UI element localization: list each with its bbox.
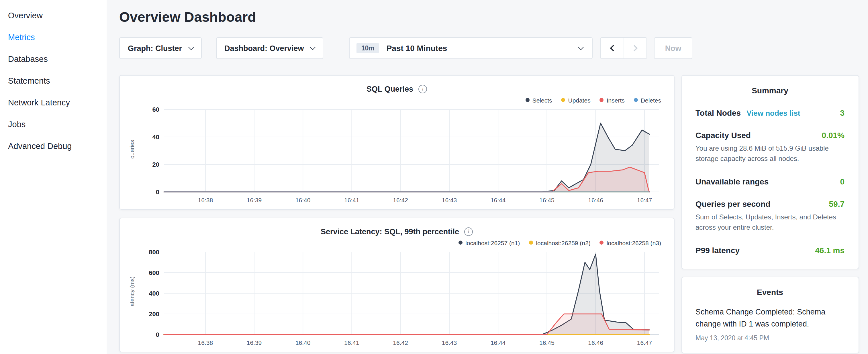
legend-item: localhost:26259 (n2) <box>529 238 590 247</box>
svg-text:16:44: 16:44 <box>491 197 506 203</box>
svg-text:16:46: 16:46 <box>588 197 603 203</box>
legend-item: localhost:26258 (n3) <box>600 238 661 247</box>
y-axis-title: queries <box>128 105 136 207</box>
summary-row-queries-per-second: Queries per second 59.7 Sum of Selects, … <box>695 199 844 232</box>
svg-text:0: 0 <box>156 189 159 196</box>
now-button[interactable]: Now <box>654 37 692 59</box>
chart-title: Service Latency: SQL, 99th percentile <box>321 227 459 236</box>
right-sidebar: Summary Total Nodes View nodes list 3 Ca… <box>681 75 859 353</box>
summary-label: Total Nodes <box>695 108 741 118</box>
svg-text:16:47: 16:47 <box>637 340 652 346</box>
summary-description: You are using 28.6 MiB of 515.9 GiB usab… <box>695 143 844 164</box>
info-icon[interactable]: i <box>418 85 427 93</box>
summary-value: 0 <box>835 177 844 186</box>
sql-queries-chart-card: SQL Queries i SelectsUpdatesInsertsDelet… <box>119 75 674 210</box>
summary-row-p99-latency: P99 latency 46.1 ms <box>695 246 844 255</box>
time-range-dropdown[interactable]: 10m Past 10 Minutes <box>349 37 593 59</box>
svg-text:16:41: 16:41 <box>344 197 359 203</box>
nav-item-advanced-debug[interactable]: Advanced Debug <box>8 135 106 157</box>
charts-column: SQL Queries i SelectsUpdatesInsertsDelet… <box>119 75 674 352</box>
legend-item: Selects <box>526 96 552 104</box>
event-timestamp: May 13, 2020 at 4:45 PM <box>695 334 844 342</box>
svg-text:20: 20 <box>152 161 159 168</box>
view-nodes-list-link[interactable]: View nodes list <box>746 109 800 118</box>
summary-row-total-nodes: Total Nodes View nodes list 3 <box>695 108 844 118</box>
chart-legend: localhost:26257 (n1)localhost:26259 (n2)… <box>128 238 661 247</box>
dashboard-body: SQL Queries i SelectsUpdatesInsertsDelet… <box>119 75 859 353</box>
nav-item-network-latency[interactable]: Network Latency <box>8 92 106 114</box>
main-content: Overview Dashboard Graph: Cluster Dashbo… <box>106 0 868 354</box>
chevron-down-icon <box>188 44 194 50</box>
time-range-badge: 10m <box>357 43 379 53</box>
sql-queries-chart: 16:3816:3916:4016:4116:4216:4316:4416:45… <box>136 105 666 207</box>
chart-legend: SelectsUpdatesInsertsDeletes <box>128 96 661 104</box>
svg-text:16:43: 16:43 <box>442 340 457 346</box>
svg-text:16:41: 16:41 <box>344 340 359 346</box>
svg-text:16:44: 16:44 <box>491 340 506 346</box>
graph-scope-dropdown[interactable]: Graph: Cluster <box>119 37 202 59</box>
chevron-right-icon <box>631 45 638 52</box>
time-back-button[interactable] <box>601 38 624 58</box>
service-latency-chart-card: Service Latency: SQL, 99th percentile i … <box>119 218 674 352</box>
summary-label: Capacity Used <box>695 131 751 140</box>
time-range-label: Past 10 Minutes <box>386 43 447 53</box>
summary-value: 3 <box>835 108 844 118</box>
nav-item-jobs[interactable]: Jobs <box>8 114 106 135</box>
svg-text:16:38: 16:38 <box>198 197 213 203</box>
summary-label: P99 latency <box>695 246 740 255</box>
svg-text:16:47: 16:47 <box>637 197 652 203</box>
summary-label: Unavailable ranges <box>695 177 769 186</box>
graph-scope-dropdown-label: Graph: Cluster <box>128 44 182 53</box>
chevron-down-icon <box>310 44 316 50</box>
legend-dot-icon <box>526 98 530 102</box>
chart-title-row: SQL Queries i <box>128 83 666 95</box>
nav-item-databases[interactable]: Databases <box>8 48 106 70</box>
summary-value: 46.1 ms <box>810 246 844 255</box>
legend-item: Inserts <box>600 96 625 104</box>
svg-text:16:39: 16:39 <box>247 197 262 203</box>
svg-text:16:40: 16:40 <box>296 197 311 203</box>
svg-text:16:43: 16:43 <box>442 197 457 203</box>
page-title: Overview Dashboard <box>119 9 859 25</box>
app-root: Overview Metrics Databases Statements Ne… <box>0 0 868 354</box>
time-pager <box>600 37 647 59</box>
nav-item-metrics[interactable]: Metrics <box>8 26 106 48</box>
legend-dot-icon <box>600 98 604 102</box>
chevron-down-icon <box>578 44 584 50</box>
summary-header: Summary <box>695 86 844 95</box>
summary-description: Sum of Selects, Updates, Inserts, and De… <box>695 212 844 232</box>
summary-row-unavailable-ranges: Unavailable ranges 0 <box>695 177 844 186</box>
time-forward-button[interactable] <box>624 38 647 58</box>
nav-item-overview[interactable]: Overview <box>8 5 106 26</box>
legend-dot-icon <box>634 98 638 102</box>
summary-value: 59.7 <box>825 199 845 208</box>
chart-title: SQL Queries <box>367 85 413 93</box>
svg-text:16:45: 16:45 <box>539 340 555 346</box>
side-nav: Overview Metrics Databases Statements Ne… <box>0 0 106 354</box>
info-icon[interactable]: i <box>464 227 473 236</box>
dashboard-dropdown-label: Dashboard: Overview <box>224 44 304 53</box>
svg-text:800: 800 <box>149 249 159 256</box>
legend-dot-icon <box>561 98 565 102</box>
svg-text:40: 40 <box>152 133 159 141</box>
chevron-left-icon <box>610 45 617 52</box>
nav-item-statements[interactable]: Statements <box>8 70 106 92</box>
dashboard-dropdown[interactable]: Dashboard: Overview <box>216 37 323 59</box>
events-panel: Events Schema Change Completed: Schema c… <box>681 277 859 353</box>
chart-title-row: Service Latency: SQL, 99th percentile i <box>128 225 666 238</box>
chart-body: queries 16:3816:3916:4016:4116:4216:4316… <box>128 105 666 207</box>
legend-item: Updates <box>561 96 591 104</box>
legend-item: Deletes <box>634 96 661 104</box>
summary-row-capacity-used: Capacity Used 0.01% You are using 28.6 M… <box>695 131 844 164</box>
svg-text:16:42: 16:42 <box>393 197 408 203</box>
summary-value: 0.01% <box>817 131 844 140</box>
y-axis-title: latency (ms) <box>128 248 136 349</box>
event-message: Schema Change Completed: Schema change w… <box>695 307 844 330</box>
svg-text:16:39: 16:39 <box>247 340 262 346</box>
time-range-controls: 10m Past 10 Minutes Now <box>349 37 692 59</box>
legend-dot-icon <box>529 240 533 245</box>
events-header: Events <box>695 288 844 297</box>
svg-text:16:46: 16:46 <box>588 340 603 346</box>
svg-text:16:42: 16:42 <box>393 340 408 346</box>
svg-text:600: 600 <box>149 269 159 277</box>
